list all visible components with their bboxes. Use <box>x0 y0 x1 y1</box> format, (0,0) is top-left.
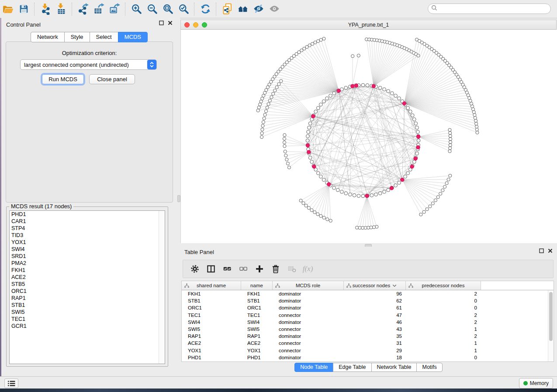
zoom-out-icon[interactable] <box>144 2 160 16</box>
network-node[interactable] <box>419 213 422 216</box>
network-node[interactable] <box>259 103 262 106</box>
float-panel-icon[interactable] <box>539 248 544 253</box>
cell-successor-nodes[interactable]: 31 <box>344 340 406 346</box>
network-node[interactable] <box>415 152 419 155</box>
network-node[interactable] <box>448 150 451 153</box>
delete-column-icon[interactable] <box>267 261 284 276</box>
network-node[interactable] <box>332 186 336 189</box>
network-node[interactable] <box>313 211 316 214</box>
network-node[interactable] <box>357 54 360 57</box>
mcds-result-item[interactable]: FKH1 <box>10 267 165 274</box>
cell-predecessor-nodes[interactable]: 1 <box>406 348 481 353</box>
mcds-hub-node[interactable] <box>416 135 420 139</box>
cell-successor-nodes[interactable]: 46 <box>344 320 406 325</box>
tab-network-table[interactable]: Network Table <box>371 363 417 372</box>
network-node[interactable] <box>263 117 266 120</box>
network-node[interactable] <box>344 192 348 195</box>
network-node[interactable] <box>353 194 356 197</box>
network-node[interactable] <box>273 89 277 92</box>
network-graph[interactable] <box>181 30 557 243</box>
network-node[interactable] <box>387 89 390 93</box>
mcds-result-item[interactable]: ACE2 <box>10 274 165 281</box>
table-row[interactable]: FKH1FKH1dominator962 <box>182 290 554 297</box>
zoom-fit-icon[interactable] <box>160 2 176 16</box>
export-image-icon[interactable] <box>107 2 122 16</box>
tab-select[interactable]: Select <box>90 32 118 42</box>
mcds-hub-node[interactable] <box>414 157 418 161</box>
network-node[interactable] <box>394 94 398 97</box>
cell-shared-name[interactable]: SWI4 <box>182 320 241 325</box>
network-node[interactable] <box>329 219 332 222</box>
cell-MCDS-role[interactable]: dominator <box>273 291 344 296</box>
table-settings-icon[interactable] <box>187 261 203 276</box>
network-node[interactable] <box>316 213 319 216</box>
cell-successor-nodes[interactable]: 18 <box>344 355 406 360</box>
network-node[interactable] <box>286 162 289 165</box>
network-node[interactable] <box>449 141 452 144</box>
network-node[interactable] <box>287 166 291 169</box>
mcds-hub-node[interactable] <box>311 114 315 118</box>
network-node[interactable] <box>275 86 278 89</box>
network-node[interactable] <box>261 124 264 127</box>
network-node[interactable] <box>322 100 325 103</box>
cell-predecessor-nodes[interactable]: 0 <box>406 305 481 310</box>
network-node[interactable] <box>394 184 398 187</box>
network-node[interactable] <box>308 126 311 130</box>
mcds-hub-node[interactable] <box>327 182 331 186</box>
cell-predecessor-nodes[interactable]: 2 <box>406 320 481 325</box>
network-canvas[interactable] <box>180 30 557 243</box>
cell-MCDS-role[interactable]: dominator <box>273 320 344 325</box>
cell-predecessor-nodes[interactable]: 2 <box>406 334 481 339</box>
network-node[interactable] <box>426 208 429 211</box>
mcds-hub-node[interactable] <box>306 144 310 148</box>
mcds-hub-node[interactable] <box>354 84 358 88</box>
network-node[interactable] <box>283 134 286 137</box>
deselect-all-icon[interactable] <box>235 261 251 276</box>
tab-node-table[interactable]: Node Table <box>294 363 333 372</box>
network-node[interactable] <box>261 97 264 100</box>
cell-successor-nodes[interactable]: 43 <box>344 327 406 332</box>
mcds-result-item[interactable]: SWI5 <box>10 309 165 316</box>
network-node[interactable] <box>476 131 479 134</box>
cell-MCDS-role[interactable]: connector <box>273 348 344 353</box>
table-row[interactable]: SWI5SWI5connector431 <box>182 326 554 333</box>
column-header-MCDS-role[interactable]: MCDS role <box>273 281 344 290</box>
result-list-scrollbar[interactable] <box>159 211 165 364</box>
network-node[interactable] <box>383 88 386 91</box>
table-row[interactable]: TEC1TEC1connector472 <box>182 312 554 319</box>
mcds-hub-node[interactable] <box>312 165 316 168</box>
network-node[interactable] <box>319 175 323 179</box>
close-panel-button[interactable]: Close panel <box>89 74 135 84</box>
network-node[interactable] <box>283 141 286 144</box>
cell-name[interactable]: ACE2 <box>241 340 273 346</box>
network-node[interactable] <box>366 84 369 87</box>
network-node[interactable] <box>329 94 332 97</box>
column-header-successor-nodes[interactable]: successor nodes <box>344 281 406 290</box>
mcds-result-list[interactable]: PHD1CAR1STP4TID3YOX1SWI4SRD1PMA2FKH1ACE2… <box>9 210 165 364</box>
column-header-shared-name[interactable]: shared name <box>182 281 241 290</box>
table-row[interactable]: YOX1YOX1connector291 <box>182 347 554 354</box>
network-node[interactable] <box>475 128 478 131</box>
tab-edge-table[interactable]: Edge Table <box>333 363 371 372</box>
horizontal-splitter[interactable] <box>180 243 557 247</box>
mcds-hub-node[interactable] <box>337 89 341 93</box>
mcds-result-item[interactable]: CAR1 <box>10 218 165 225</box>
cell-MCDS-role[interactable]: dominator <box>273 305 344 310</box>
network-node[interactable] <box>284 154 287 157</box>
cell-name[interactable]: PHD1 <box>241 355 273 360</box>
cell-predecessor-nodes[interactable]: 1 <box>406 340 481 346</box>
cell-shared-name[interactable]: SWI5 <box>182 327 241 332</box>
network-node[interactable] <box>264 110 267 113</box>
network-node[interactable] <box>436 196 439 199</box>
tab-motifs[interactable]: Motifs <box>416 363 442 372</box>
mcds-hub-node[interactable] <box>402 102 406 106</box>
first-neighbors-icon[interactable] <box>235 2 251 16</box>
mcds-hub-node[interactable] <box>416 145 420 149</box>
export-network-icon[interactable] <box>75 2 91 16</box>
cell-shared-name[interactable]: PHD1 <box>182 355 241 360</box>
mcds-result-item[interactable]: TID3 <box>10 232 165 239</box>
search-field[interactable] <box>428 3 551 14</box>
network-node[interactable] <box>280 79 283 83</box>
search-input[interactable] <box>439 5 550 12</box>
network-node[interactable] <box>349 193 352 196</box>
